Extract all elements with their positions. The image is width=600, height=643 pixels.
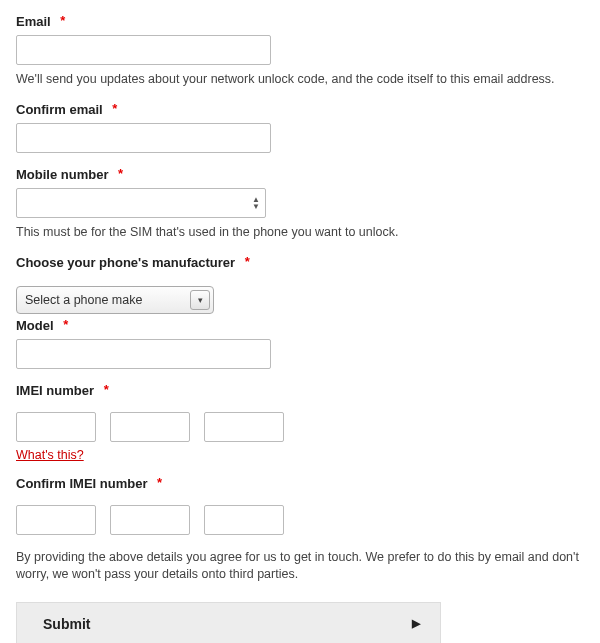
disclosure-text: By providing the above details you agree… — [16, 549, 584, 584]
manufacturer-field-group: Choose your phone's manufacturer * Selec… — [16, 255, 584, 314]
model-field-group: Model * — [16, 318, 584, 369]
submit-label: Submit — [43, 616, 90, 632]
imei-part-2-input[interactable] — [110, 412, 190, 442]
whats-this-link[interactable]: What's this? — [16, 448, 84, 462]
confirm-imei-field-group: Confirm IMEI number * — [16, 476, 584, 535]
required-asterisk: * — [118, 166, 123, 181]
confirm-email-input[interactable] — [16, 123, 271, 153]
imei-field-group: IMEI number * What's this? — [16, 383, 584, 462]
confirm-imei-part-3-input[interactable] — [204, 505, 284, 535]
confirm-imei-part-2-input[interactable] — [110, 505, 190, 535]
submit-button[interactable]: Submit ▶ — [16, 602, 441, 643]
email-label: Email — [16, 14, 51, 29]
imei-part-1-input[interactable] — [16, 412, 96, 442]
required-asterisk: * — [157, 475, 162, 490]
mobile-field-group: Mobile number * ▲▼ This must be for the … — [16, 167, 584, 241]
required-asterisk: * — [104, 382, 109, 397]
required-asterisk: * — [112, 101, 117, 116]
imei-part-3-input[interactable] — [204, 412, 284, 442]
mobile-label: Mobile number — [16, 167, 108, 182]
email-input[interactable] — [16, 35, 271, 65]
email-help-text: We'll send you updates about your networ… — [16, 71, 584, 88]
manufacturer-selected-value: Select a phone make — [25, 293, 142, 307]
chevron-right-icon: ▶ — [412, 617, 420, 630]
required-asterisk: * — [63, 317, 68, 332]
imei-label: IMEI number — [16, 383, 94, 398]
email-field-group: Email * We'll send you updates about you… — [16, 14, 584, 88]
confirm-imei-label: Confirm IMEI number — [16, 476, 147, 491]
model-input[interactable] — [16, 339, 271, 369]
mobile-help-text: This must be for the SIM that's used in … — [16, 224, 584, 241]
confirm-email-field-group: Confirm email * — [16, 102, 584, 153]
manufacturer-label: Choose your phone's manufacturer — [16, 255, 235, 270]
confirm-email-label: Confirm email — [16, 102, 103, 117]
model-label: Model — [16, 318, 54, 333]
manufacturer-select[interactable]: Select a phone make — [16, 286, 214, 314]
mobile-number-input[interactable] — [16, 188, 266, 218]
required-asterisk: * — [60, 13, 65, 28]
confirm-imei-part-1-input[interactable] — [16, 505, 96, 535]
required-asterisk: * — [245, 254, 250, 269]
